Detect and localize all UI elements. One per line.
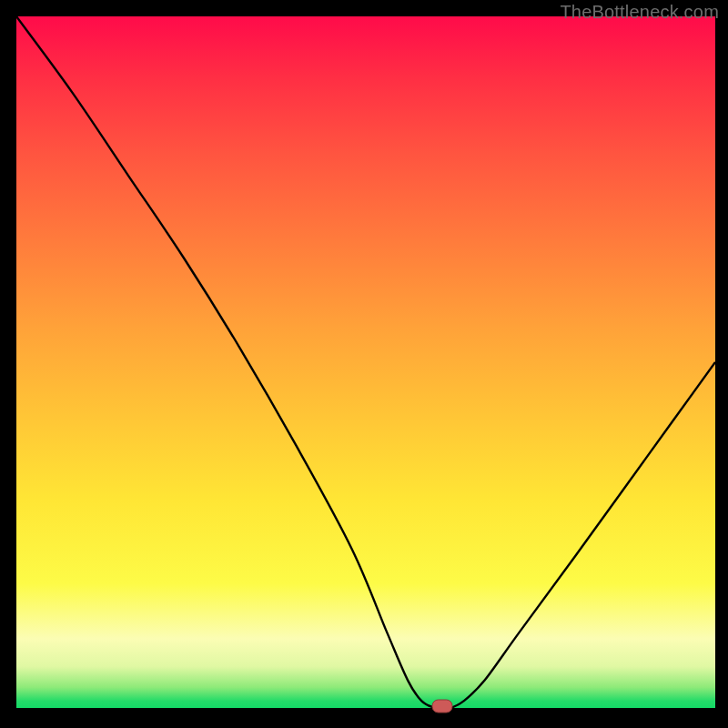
- plot-area: [16, 16, 715, 708]
- curve-svg: [16, 16, 715, 708]
- chart-frame: TheBottleneck.com: [0, 0, 728, 728]
- bottleneck-curve: [16, 16, 715, 708]
